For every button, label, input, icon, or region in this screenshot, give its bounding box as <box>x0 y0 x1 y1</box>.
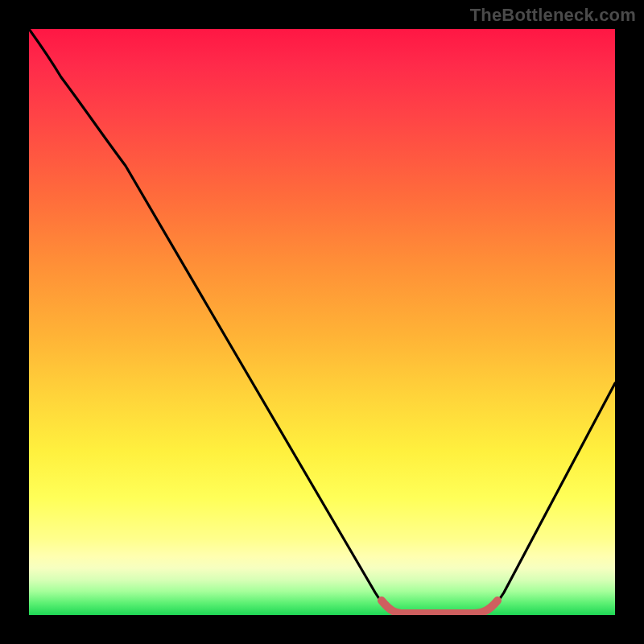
chart-frame: TheBottleneck.com <box>0 0 644 644</box>
watermark-text: TheBottleneck.com <box>470 5 636 26</box>
curve-layer <box>29 29 615 615</box>
bottleneck-curve <box>29 29 615 613</box>
plot-area <box>29 29 615 615</box>
optimal-band-highlight <box>382 601 497 613</box>
